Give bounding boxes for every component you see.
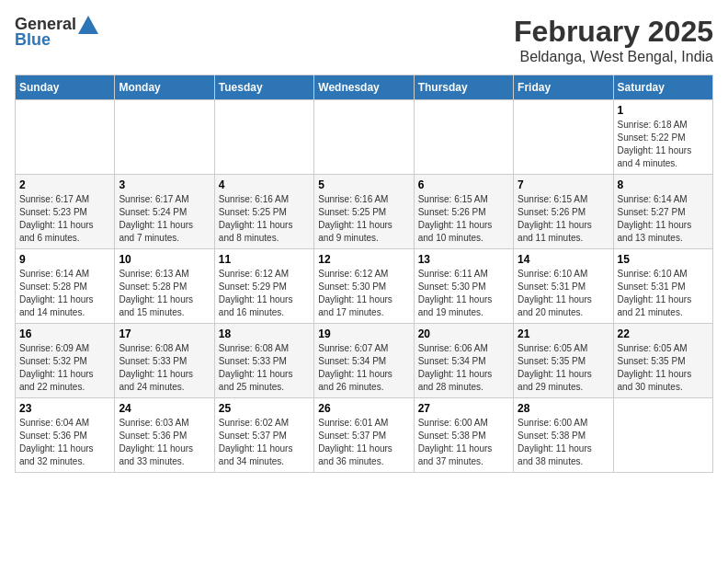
day-number: 26 — [318, 402, 409, 415]
calendar-header-saturday: Saturday — [613, 75, 712, 100]
day-number: 18 — [219, 327, 310, 340]
calendar-header-sunday: Sunday — [16, 75, 115, 100]
calendar-header-friday: Friday — [514, 75, 613, 100]
day-number: 7 — [518, 178, 609, 191]
calendar-cell: 13Sunrise: 6:11 AM Sunset: 5:30 PM Dayli… — [414, 249, 513, 324]
calendar-cell — [16, 100, 115, 175]
calendar-week-row: 9Sunrise: 6:14 AM Sunset: 5:28 PM Daylig… — [16, 249, 713, 324]
calendar-cell — [414, 100, 513, 175]
day-info: Sunrise: 6:08 AM Sunset: 5:33 PM Dayligh… — [119, 342, 210, 394]
calendar-cell — [314, 100, 414, 175]
calendar-cell: 9Sunrise: 6:14 AM Sunset: 5:28 PM Daylig… — [16, 249, 115, 324]
calendar-cell: 18Sunrise: 6:08 AM Sunset: 5:33 PM Dayli… — [214, 324, 313, 398]
calendar-cell: 20Sunrise: 6:06 AM Sunset: 5:34 PM Dayli… — [414, 324, 513, 398]
calendar-cell: 7Sunrise: 6:15 AM Sunset: 5:26 PM Daylig… — [514, 175, 613, 249]
day-info: Sunrise: 6:09 AM Sunset: 5:32 PM Dayligh… — [19, 342, 110, 394]
calendar-cell: 27Sunrise: 6:00 AM Sunset: 5:38 PM Dayli… — [414, 398, 513, 473]
day-number: 27 — [418, 402, 509, 415]
day-number: 1 — [618, 104, 709, 117]
day-info: Sunrise: 6:10 AM Sunset: 5:31 PM Dayligh… — [618, 268, 709, 319]
day-info: Sunrise: 6:13 AM Sunset: 5:28 PM Dayligh… — [119, 268, 210, 319]
day-info: Sunrise: 6:14 AM Sunset: 5:28 PM Dayligh… — [19, 268, 110, 319]
calendar-cell: 19Sunrise: 6:07 AM Sunset: 5:34 PM Dayli… — [314, 324, 414, 398]
calendar-cell: 3Sunrise: 6:17 AM Sunset: 5:24 PM Daylig… — [115, 175, 214, 249]
calendar-week-row: 1Sunrise: 6:18 AM Sunset: 5:22 PM Daylig… — [16, 100, 713, 175]
day-number: 11 — [219, 253, 310, 266]
logo-arrow-icon — [78, 16, 98, 34]
day-info: Sunrise: 6:08 AM Sunset: 5:33 PM Dayligh… — [219, 342, 310, 394]
day-number: 28 — [518, 402, 609, 415]
header: General Blue February 2025 Beldanga, Wes… — [15, 15, 713, 65]
day-info: Sunrise: 6:06 AM Sunset: 5:34 PM Dayligh… — [418, 342, 509, 394]
calendar-cell: 15Sunrise: 6:10 AM Sunset: 5:31 PM Dayli… — [613, 249, 712, 324]
calendar-week-row: 16Sunrise: 6:09 AM Sunset: 5:32 PM Dayli… — [16, 324, 713, 398]
calendar-cell: 21Sunrise: 6:05 AM Sunset: 5:35 PM Dayli… — [514, 324, 613, 398]
calendar-header-wednesday: Wednesday — [314, 75, 414, 100]
calendar-cell: 10Sunrise: 6:13 AM Sunset: 5:28 PM Dayli… — [115, 249, 214, 324]
calendar-cell: 26Sunrise: 6:01 AM Sunset: 5:37 PM Dayli… — [314, 398, 414, 473]
logo-blue-text: Blue — [15, 30, 51, 50]
day-info: Sunrise: 6:17 AM Sunset: 5:24 PM Dayligh… — [119, 193, 210, 245]
day-number: 5 — [318, 178, 409, 191]
calendar-cell — [514, 100, 613, 175]
day-info: Sunrise: 6:00 AM Sunset: 5:38 PM Dayligh… — [418, 417, 509, 468]
day-number: 17 — [119, 327, 210, 340]
page-subtitle: Beldanga, West Bengal, India — [514, 49, 713, 65]
day-info: Sunrise: 6:07 AM Sunset: 5:34 PM Dayligh… — [318, 342, 409, 394]
day-number: 12 — [318, 253, 409, 266]
day-info: Sunrise: 6:11 AM Sunset: 5:30 PM Dayligh… — [418, 268, 509, 319]
day-number: 4 — [219, 178, 310, 191]
logo: General Blue — [15, 15, 98, 50]
day-info: Sunrise: 6:02 AM Sunset: 5:37 PM Dayligh… — [219, 417, 310, 468]
title-area: February 2025 Beldanga, West Bengal, Ind… — [514, 15, 713, 65]
calendar-cell: 28Sunrise: 6:00 AM Sunset: 5:38 PM Dayli… — [514, 398, 613, 473]
calendar-cell: 25Sunrise: 6:02 AM Sunset: 5:37 PM Dayli… — [214, 398, 313, 473]
calendar-cell: 8Sunrise: 6:14 AM Sunset: 5:27 PM Daylig… — [613, 175, 712, 249]
calendar-week-row: 23Sunrise: 6:04 AM Sunset: 5:36 PM Dayli… — [16, 398, 713, 473]
calendar-header-tuesday: Tuesday — [214, 75, 313, 100]
day-info: Sunrise: 6:17 AM Sunset: 5:23 PM Dayligh… — [19, 193, 110, 245]
day-number: 13 — [418, 253, 509, 266]
calendar-cell: 6Sunrise: 6:15 AM Sunset: 5:26 PM Daylig… — [414, 175, 513, 249]
day-number: 10 — [119, 253, 210, 266]
day-number: 8 — [618, 178, 709, 191]
day-info: Sunrise: 6:12 AM Sunset: 5:29 PM Dayligh… — [219, 268, 310, 319]
day-info: Sunrise: 6:01 AM Sunset: 5:37 PM Dayligh… — [318, 417, 409, 468]
day-number: 22 — [618, 327, 709, 340]
day-info: Sunrise: 6:15 AM Sunset: 5:26 PM Dayligh… — [418, 193, 509, 245]
calendar-cell: 23Sunrise: 6:04 AM Sunset: 5:36 PM Dayli… — [16, 398, 115, 473]
day-info: Sunrise: 6:00 AM Sunset: 5:38 PM Dayligh… — [518, 417, 609, 468]
day-number: 6 — [418, 178, 509, 191]
calendar-cell: 11Sunrise: 6:12 AM Sunset: 5:29 PM Dayli… — [214, 249, 313, 324]
calendar-cell: 16Sunrise: 6:09 AM Sunset: 5:32 PM Dayli… — [16, 324, 115, 398]
calendar-cell: 17Sunrise: 6:08 AM Sunset: 5:33 PM Dayli… — [115, 324, 214, 398]
day-number: 2 — [19, 178, 110, 191]
page-title: February 2025 — [514, 15, 713, 49]
day-info: Sunrise: 6:16 AM Sunset: 5:25 PM Dayligh… — [318, 193, 409, 245]
calendar-cell — [613, 398, 712, 473]
day-info: Sunrise: 6:04 AM Sunset: 5:36 PM Dayligh… — [19, 417, 110, 468]
calendar-cell: 12Sunrise: 6:12 AM Sunset: 5:30 PM Dayli… — [314, 249, 414, 324]
day-info: Sunrise: 6:03 AM Sunset: 5:36 PM Dayligh… — [119, 417, 210, 468]
calendar-cell: 2Sunrise: 6:17 AM Sunset: 5:23 PM Daylig… — [16, 175, 115, 249]
day-number: 24 — [119, 402, 210, 415]
calendar-cell: 24Sunrise: 6:03 AM Sunset: 5:36 PM Dayli… — [115, 398, 214, 473]
day-info: Sunrise: 6:05 AM Sunset: 5:35 PM Dayligh… — [518, 342, 609, 394]
day-number: 9 — [19, 253, 110, 266]
calendar-table: SundayMondayTuesdayWednesdayThursdayFrid… — [15, 75, 713, 473]
day-number: 23 — [19, 402, 110, 415]
calendar-header-monday: Monday — [115, 75, 214, 100]
day-number: 25 — [219, 402, 310, 415]
calendar-cell: 1Sunrise: 6:18 AM Sunset: 5:22 PM Daylig… — [613, 100, 712, 175]
day-info: Sunrise: 6:16 AM Sunset: 5:25 PM Dayligh… — [219, 193, 310, 245]
calendar-cell: 4Sunrise: 6:16 AM Sunset: 5:25 PM Daylig… — [214, 175, 313, 249]
day-info: Sunrise: 6:12 AM Sunset: 5:30 PM Dayligh… — [318, 268, 409, 319]
calendar-header-row: SundayMondayTuesdayWednesdayThursdayFrid… — [16, 75, 713, 100]
day-info: Sunrise: 6:05 AM Sunset: 5:35 PM Dayligh… — [618, 342, 709, 394]
calendar-cell — [115, 100, 214, 175]
calendar-cell: 14Sunrise: 6:10 AM Sunset: 5:31 PM Dayli… — [514, 249, 613, 324]
day-number: 20 — [418, 327, 509, 340]
day-info: Sunrise: 6:10 AM Sunset: 5:31 PM Dayligh… — [518, 268, 609, 319]
calendar-cell: 5Sunrise: 6:16 AM Sunset: 5:25 PM Daylig… — [314, 175, 414, 249]
calendar-cell: 22Sunrise: 6:05 AM Sunset: 5:35 PM Dayli… — [613, 324, 712, 398]
